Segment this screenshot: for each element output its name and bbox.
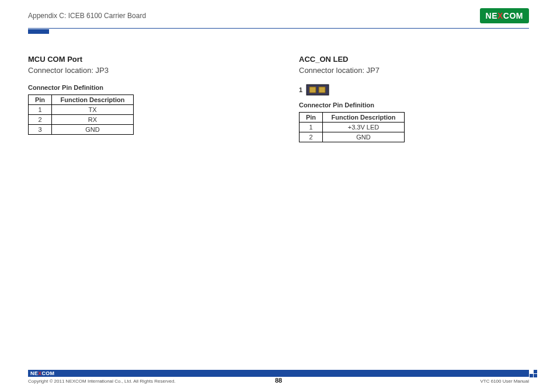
- left-column: MCU COM Port Connector location: JP3 Con…: [28, 55, 258, 142]
- table-row: 3 GND: [29, 125, 134, 135]
- copyright-text: Copyright © 2011 NEXCOM International Co…: [28, 379, 176, 384]
- brand-pre: NE: [486, 11, 497, 20]
- svg-rect-2: [319, 87, 325, 93]
- acc-on-led-location: Connector location: JP7: [299, 66, 529, 75]
- left-th-pin: Pin: [29, 95, 52, 105]
- table-row: 1 TX: [29, 105, 134, 115]
- page-footer: NEXCOM Copyright © 2011 NEXCOM Internati…: [0, 370, 557, 392]
- svg-rect-1: [309, 87, 316, 93]
- cell-func: +3.3V LED: [323, 123, 405, 132]
- right-th-pin: Pin: [300, 113, 323, 123]
- mcu-com-port-location: Connector location: JP3: [28, 66, 258, 75]
- table-row: 2 GND: [300, 132, 405, 142]
- cell-pin: 1: [300, 123, 323, 132]
- left-th-func: Function Description: [52, 95, 134, 105]
- table-row: 1 +3.3V LED: [300, 123, 405, 132]
- right-column: ACC_ON LED Connector location: JP7 1 Con…: [299, 55, 529, 142]
- mcu-pin-table: Pin Function Description 1 TX 2 RX 3 GND: [28, 94, 134, 135]
- table-row: 2 RX: [29, 115, 134, 125]
- cell-pin: 2: [300, 132, 323, 142]
- footer-squares-icon: [530, 370, 537, 377]
- right-table-caption: Connector Pin Definition: [299, 102, 529, 108]
- cell-func: GND: [52, 125, 134, 135]
- cell-func: GND: [323, 132, 405, 142]
- appendix-title: Appendix C: ICEB 6100 Carrier Board: [28, 12, 146, 20]
- cell-pin: 2: [29, 115, 52, 125]
- connector-icon: [306, 84, 329, 96]
- brand-x: X: [497, 11, 503, 20]
- cell-func: RX: [52, 115, 134, 125]
- pin1-label: 1: [299, 86, 302, 93]
- header-rule: [28, 28, 529, 34]
- cell-func: TX: [52, 105, 134, 115]
- brand-post: COM: [503, 11, 523, 20]
- doc-name: VTC 6100 User Manual: [480, 379, 529, 384]
- right-th-func: Function Description: [323, 113, 405, 123]
- cell-pin: 1: [29, 105, 52, 115]
- left-table-caption: Connector Pin Definition: [28, 84, 258, 91]
- acc-pin-table: Pin Function Description 1 +3.3V LED 2 G…: [299, 112, 405, 142]
- footer-logo: NEXCOM: [30, 370, 54, 376]
- page-number: 88: [275, 377, 282, 384]
- acc-on-led-title: ACC_ON LED: [299, 55, 529, 64]
- brand-logo: NEXCOM: [480, 8, 529, 23]
- mcu-com-port-title: MCU COM Port: [28, 55, 258, 64]
- cell-pin: 3: [29, 125, 52, 135]
